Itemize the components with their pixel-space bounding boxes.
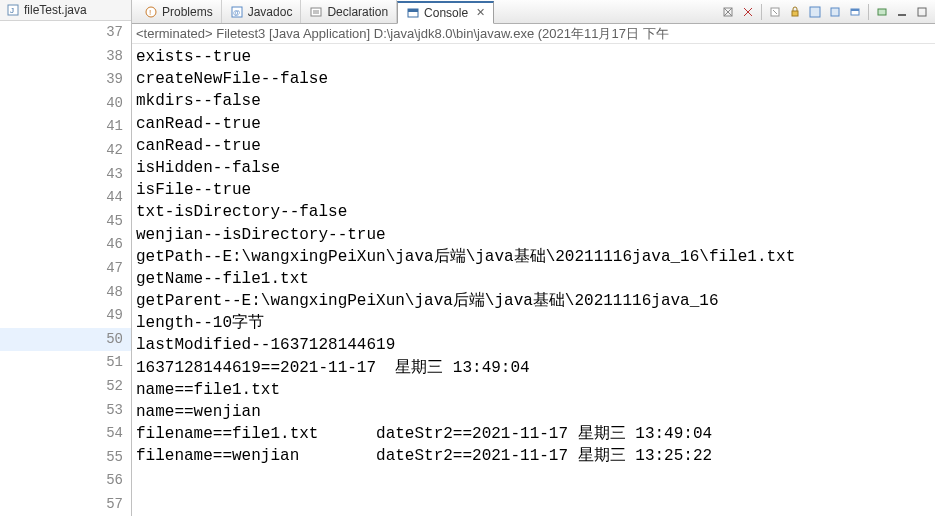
- toolbar-separator: [868, 4, 869, 20]
- line-number: 57: [0, 493, 131, 516]
- svg-rect-23: [878, 9, 886, 15]
- tab-console[interactable]: Console ✕: [397, 1, 494, 24]
- scroll-lock-icon[interactable]: [786, 3, 804, 21]
- console-line: getParent--E:\wangxingPeiXun\java后端\java…: [136, 290, 931, 312]
- console-view-pane: ! Problems @ Javadoc Declaration Console…: [132, 0, 935, 516]
- line-number: 40: [0, 92, 131, 116]
- console-line: createNewFile--false: [136, 68, 931, 90]
- console-line: filename==file1.txt dateStr2==2021-11-17…: [136, 423, 931, 445]
- line-number: 53: [0, 399, 131, 423]
- line-number: 45: [0, 210, 131, 234]
- console-toolbar: [719, 3, 935, 21]
- line-number: 51: [0, 351, 131, 375]
- remove-all-icon[interactable]: [739, 3, 757, 21]
- console-icon: [406, 6, 420, 20]
- svg-rect-6: [311, 8, 321, 16]
- tab-label: Console: [424, 6, 468, 20]
- word-wrap-icon[interactable]: [806, 3, 824, 21]
- console-line: isHidden--false: [136, 157, 931, 179]
- view-tabs-bar: ! Problems @ Javadoc Declaration Console…: [132, 0, 935, 24]
- svg-rect-10: [408, 9, 418, 12]
- console-line: wenjian--isDirectory--true: [136, 224, 931, 246]
- svg-text:J: J: [10, 6, 14, 15]
- console-line: exists--true: [136, 46, 931, 68]
- console-line: length--10字节: [136, 312, 931, 334]
- console-line: name==wenjian: [136, 401, 931, 423]
- open-console-icon[interactable]: [873, 3, 891, 21]
- line-number: 38: [0, 45, 131, 69]
- console-output[interactable]: exists--truecreateNewFile--falsemkdirs--…: [132, 44, 935, 516]
- console-line: canRead--true: [136, 113, 931, 135]
- line-number: 49: [0, 304, 131, 328]
- svg-rect-20: [831, 8, 839, 16]
- remove-launch-icon[interactable]: [719, 3, 737, 21]
- console-line: canRead--true: [136, 135, 931, 157]
- line-number: 55: [0, 446, 131, 470]
- console-line: getName--file1.txt: [136, 268, 931, 290]
- line-number: 39: [0, 68, 131, 92]
- console-line: 1637128144619==2021-11-17 星期三 13:49:04: [136, 357, 931, 379]
- line-number: 50: [0, 328, 131, 352]
- pin-console-icon[interactable]: [826, 3, 844, 21]
- line-number: 41: [0, 115, 131, 139]
- java-file-icon: J: [6, 3, 20, 17]
- editor-left-pane: J fileTest.java 373839404142434445464748…: [0, 0, 132, 516]
- line-number: 56: [0, 469, 131, 493]
- console-line: lastModified--1637128144619: [136, 334, 931, 356]
- svg-text:!: !: [149, 8, 151, 17]
- line-number: 44: [0, 186, 131, 210]
- javadoc-icon: @: [230, 5, 244, 19]
- editor-file-tab[interactable]: J fileTest.java: [0, 0, 131, 21]
- svg-text:@: @: [233, 9, 240, 16]
- min-icon[interactable]: [893, 3, 911, 21]
- line-number: 48: [0, 281, 131, 305]
- console-line: getPath--E:\wangxingPeiXun\java后端\java基础…: [136, 246, 931, 268]
- console-process-header: <terminated> Filetest3 [Java Application…: [132, 24, 935, 44]
- toolbar-separator: [761, 4, 762, 20]
- clear-console-icon[interactable]: [766, 3, 784, 21]
- tab-label: Javadoc: [248, 5, 293, 19]
- line-number: 37: [0, 21, 131, 45]
- line-number: 47: [0, 257, 131, 281]
- console-line: name==file1.txt: [136, 379, 931, 401]
- console-line: mkdirs--false: [136, 90, 931, 112]
- tab-declaration[interactable]: Declaration: [301, 0, 397, 23]
- line-number-gutter: 3738394041424344454647484950515253545556…: [0, 21, 131, 516]
- tab-javadoc[interactable]: @ Javadoc: [222, 0, 302, 23]
- svg-rect-19: [810, 7, 820, 17]
- line-number: 43: [0, 163, 131, 187]
- display-selected-icon[interactable]: [846, 3, 864, 21]
- tab-problems[interactable]: ! Problems: [136, 0, 222, 23]
- declaration-icon: [309, 5, 323, 19]
- line-number: 54: [0, 422, 131, 446]
- max-icon[interactable]: [913, 3, 931, 21]
- console-line: isFile--true: [136, 179, 931, 201]
- close-icon[interactable]: ✕: [476, 6, 485, 19]
- tab-label: Problems: [162, 5, 213, 19]
- line-number: 52: [0, 375, 131, 399]
- svg-rect-18: [792, 11, 798, 16]
- console-line: filename==wenjian dateStr2==2021-11-17 星…: [136, 445, 931, 467]
- file-tab-label: fileTest.java: [24, 3, 87, 17]
- svg-rect-22: [851, 9, 859, 11]
- line-number: 42: [0, 139, 131, 163]
- console-line: txt-isDirectory--false: [136, 201, 931, 223]
- svg-rect-25: [918, 8, 926, 16]
- line-number: 46: [0, 233, 131, 257]
- problems-icon: !: [144, 5, 158, 19]
- tab-label: Declaration: [327, 5, 388, 19]
